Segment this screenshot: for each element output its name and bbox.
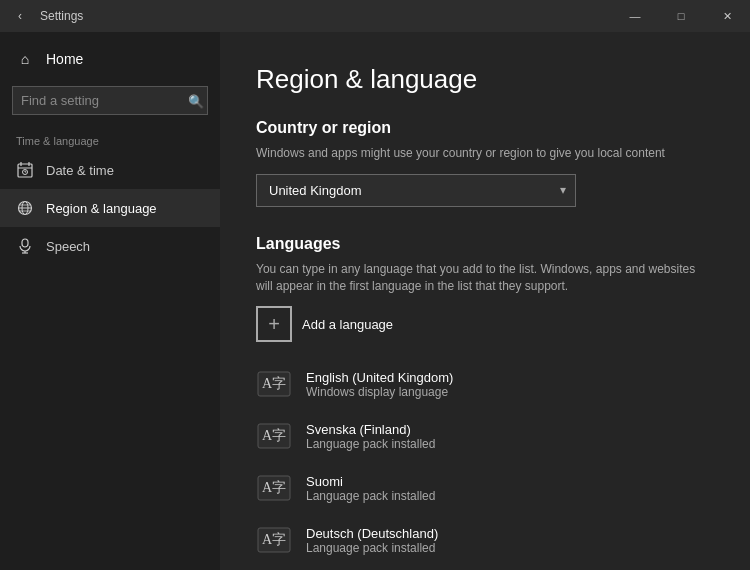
back-button[interactable]: ‹ <box>8 4 32 28</box>
svg-text:A字: A字 <box>262 428 286 443</box>
language-info-3: Deutsch (Deutschland) Language pack inst… <box>306 526 438 555</box>
maximize-button[interactable]: □ <box>658 0 704 32</box>
language-info-2: Suomi Language pack installed <box>306 474 435 503</box>
list-item[interactable]: A字 English (United Kingdom) Windows disp… <box>256 358 714 410</box>
content-area: Region & language Country or region Wind… <box>220 32 750 570</box>
language-status-0: Windows display language <box>306 385 453 399</box>
search-box: 🔍 <box>12 86 208 115</box>
country-section-desc: Windows and apps might use your country … <box>256 145 714 162</box>
svg-rect-12 <box>22 239 28 247</box>
country-section-title: Country or region <box>256 119 714 137</box>
svg-text:A字: A字 <box>262 532 286 547</box>
country-dropdown-wrapper: United Kingdom United States Australia C… <box>256 174 576 207</box>
languages-section-desc: You can type in any language that you ad… <box>256 261 714 295</box>
language-icon-2: A字 <box>256 470 292 506</box>
language-info-0: English (United Kingdom) Windows display… <box>306 370 453 399</box>
main-layout: ⌂ Home 🔍 Time & language Date & time <box>0 32 750 570</box>
language-name-2: Suomi <box>306 474 435 489</box>
sidebar-item-region-label: Region & language <box>46 201 157 216</box>
sidebar-item-speech[interactable]: Speech <box>0 227 220 265</box>
sidebar-item-speech-label: Speech <box>46 239 90 254</box>
sidebar-home-button[interactable]: ⌂ Home <box>0 40 220 78</box>
sidebar: ⌂ Home 🔍 Time & language Date & time <box>0 32 220 570</box>
sidebar-item-region[interactable]: Region & language <box>0 189 220 227</box>
svg-text:A字: A字 <box>262 480 286 495</box>
sidebar-item-datetime[interactable]: Date & time <box>0 151 220 189</box>
add-language-label: Add a language <box>302 317 393 332</box>
add-language-button[interactable]: + Add a language <box>256 306 714 342</box>
minimize-button[interactable]: — <box>612 0 658 32</box>
list-item[interactable]: A字 Svenska (Finland) Language pack insta… <box>256 410 714 462</box>
sidebar-item-datetime-label: Date & time <box>46 163 114 178</box>
languages-section-title: Languages <box>256 235 714 253</box>
language-icon-1: A字 <box>256 418 292 454</box>
language-status-3: Language pack installed <box>306 541 438 555</box>
language-status-2: Language pack installed <box>306 489 435 503</box>
sidebar-home-label: Home <box>46 51 83 67</box>
country-dropdown[interactable]: United Kingdom United States Australia C… <box>256 174 576 207</box>
titlebar-controls: — □ ✕ <box>612 0 750 32</box>
list-item[interactable]: A字 Suomi Language pack installed <box>256 462 714 514</box>
search-input[interactable] <box>12 86 208 115</box>
add-icon: + <box>256 306 292 342</box>
language-status-1: Language pack installed <box>306 437 435 451</box>
language-name-3: Deutsch (Deutschland) <box>306 526 438 541</box>
language-icon-0: A字 <box>256 366 292 402</box>
svg-text:A字: A字 <box>262 376 286 391</box>
page-title: Region & language <box>256 64 714 95</box>
language-name-0: English (United Kingdom) <box>306 370 453 385</box>
titlebar-left: ‹ Settings <box>8 4 83 28</box>
language-icon-3: A字 <box>256 522 292 558</box>
language-info-1: Svenska (Finland) Language pack installe… <box>306 422 435 451</box>
speech-icon <box>16 237 34 255</box>
languages-section: Languages You can type in any language t… <box>256 235 714 567</box>
language-name-1: Svenska (Finland) <box>306 422 435 437</box>
titlebar-title: Settings <box>40 9 83 23</box>
close-button[interactable]: ✕ <box>704 0 750 32</box>
datetime-icon <box>16 161 34 179</box>
sidebar-section-label: Time & language <box>0 123 220 151</box>
region-icon <box>16 199 34 217</box>
home-icon: ⌂ <box>16 50 34 68</box>
list-item[interactable]: A字 Deutsch (Deutschland) Language pack i… <box>256 514 714 566</box>
titlebar: ‹ Settings — □ ✕ <box>0 0 750 32</box>
search-icon: 🔍 <box>188 93 204 108</box>
